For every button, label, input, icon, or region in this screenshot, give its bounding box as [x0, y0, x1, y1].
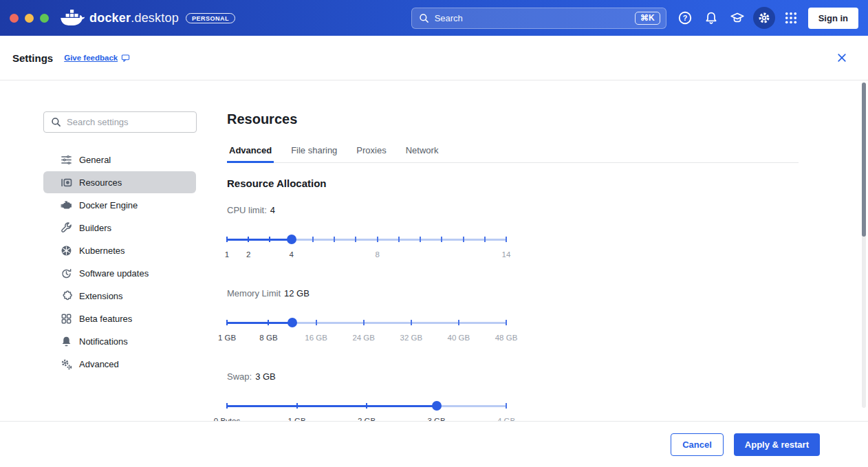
slider-tick [226, 237, 228, 242]
cancel-button[interactable]: Cancel [671, 433, 724, 456]
slider-tick [366, 403, 367, 409]
sidebar-item-resources[interactable]: Resources [43, 171, 196, 193]
titlebar: docker.desktop PERSONAL ⌘K Sign in [0, 0, 868, 36]
slider-tick-label: 16 GB [305, 334, 327, 342]
tab-file-sharing[interactable]: File sharing [289, 145, 339, 162]
slider-tick [506, 320, 507, 325]
updates-icon [61, 268, 72, 279]
sidebar-item-software-updates[interactable]: Software updates [43, 262, 196, 284]
scrollbar[interactable] [862, 83, 866, 408]
memory-limit-label: Memory Limit [227, 288, 281, 298]
apps-grid-icon [784, 11, 798, 25]
sidebar-item-advanced[interactable]: Advanced [43, 353, 196, 375]
swap-label: Swap: [227, 371, 252, 382]
close-window-button[interactable] [10, 14, 19, 23]
memory-limit-slider-thumb[interactable] [287, 318, 297, 327]
swap-label-line: Swap:3 GB [227, 371, 506, 382]
settings-button[interactable] [753, 7, 775, 29]
cpu-limit-slider-thumb[interactable] [287, 235, 296, 244]
slider-tick [316, 320, 317, 325]
slider-tick [484, 237, 486, 242]
global-search-input[interactable] [435, 13, 629, 23]
settings-search[interactable] [43, 111, 197, 133]
slider-tick-label: 8 [375, 250, 379, 259]
memory-limit-slider: Memory Limit12 GB1 GB8 GB16 GB24 GB32 GB… [227, 288, 506, 343]
global-search[interactable]: ⌘K [411, 8, 666, 29]
slider-tick-label: 1 [225, 250, 229, 259]
close-settings-button[interactable] [834, 50, 850, 66]
cpu-limit-label: CPU limit: [227, 205, 267, 215]
sidebar-nav: GeneralResourcesDocker EngineBuildersKub… [43, 149, 196, 376]
cpu-limit-value: 4 [270, 205, 275, 215]
slider-tick-label: 8 GB [259, 334, 277, 342]
sidebar-item-label: Software updates [79, 268, 149, 279]
sidebar-item-docker-engine[interactable]: Docker Engine [43, 194, 196, 216]
docker-whale-icon [60, 9, 85, 28]
sidebar-item-label: Docker Engine [79, 200, 138, 210]
slider-tick-label: 40 GB [448, 334, 470, 342]
slider-tick [377, 237, 378, 242]
minimize-window-button[interactable] [25, 14, 34, 23]
help-button[interactable] [675, 8, 695, 28]
memory-limit-tick-labels: 1 GB8 GB16 GB24 GB32 GB40 GB48 GB [227, 334, 506, 343]
give-feedback-link[interactable]: Give feedback [64, 54, 130, 63]
tab-proxies[interactable]: Proxies [354, 145, 388, 162]
slider-tick [458, 320, 459, 325]
slider-tick [296, 403, 298, 409]
general-icon [61, 154, 72, 166]
sidebar-item-label: Beta features [79, 314, 132, 324]
slider-tick-label: 4 [290, 250, 294, 259]
learning-center-button[interactable] [727, 8, 748, 28]
memory-limit-value: 12 GB [284, 288, 310, 298]
builders-icon [61, 222, 72, 234]
scrollbar-thumb[interactable] [862, 83, 866, 237]
slider-fill [227, 239, 292, 241]
apps-menu-button[interactable] [781, 8, 801, 28]
shortcut-badge: ⌘K [635, 12, 660, 25]
subsection-title: Resource Allocation [227, 177, 799, 189]
titlebar-icons [675, 7, 801, 29]
sidebar-item-notifications[interactable]: Notifications [43, 330, 196, 352]
learning-center-icon [730, 11, 744, 25]
tab-network[interactable]: Network [404, 145, 441, 162]
sidebar-item-label: Builders [79, 223, 111, 233]
sidebar-item-kubernetes[interactable]: Kubernetes [43, 239, 196, 261]
slider-tick-label: 24 GB [352, 334, 375, 342]
swap-slider-track[interactable] [227, 401, 506, 411]
sidebar-item-extensions[interactable]: Extensions [43, 285, 196, 307]
slider-tick-label: 1 GB [218, 334, 236, 342]
slider-tick [226, 403, 228, 409]
resources-icon [61, 177, 72, 188]
tab-advanced[interactable]: Advanced [227, 145, 274, 162]
close-icon [837, 53, 847, 63]
slider-fill [227, 405, 437, 407]
bell-icon [704, 11, 718, 25]
cpu-limit-slider-track[interactable] [227, 235, 506, 244]
give-feedback-label: Give feedback [64, 54, 118, 62]
notifications-button[interactable] [701, 8, 721, 28]
engine-icon [61, 199, 72, 211]
advanced-icon [61, 358, 72, 370]
slider-tick [441, 237, 442, 242]
settings-header: Settings Give feedback [0, 36, 868, 80]
swap-slider-thumb[interactable] [432, 401, 442, 411]
sign-in-button[interactable]: Sign in [808, 8, 858, 29]
help-icon [678, 11, 692, 25]
sidebar-item-beta-features[interactable]: Beta features [43, 307, 196, 329]
zoom-window-button[interactable] [40, 14, 49, 23]
slider-tick [506, 237, 507, 242]
search-icon [419, 13, 429, 23]
sidebar-item-general[interactable]: General [43, 149, 196, 171]
memory-limit-slider-track[interactable] [227, 318, 506, 327]
slider-tick [355, 237, 356, 242]
cpu-limit-tick-labels: 124814 [227, 250, 506, 260]
swap-value: 3 GB [255, 371, 276, 382]
swap-slider: Swap:3 GB0 Bytes1 GB2 GB3 GB4 GB [227, 371, 506, 426]
slider-tick-label: 32 GB [400, 334, 422, 342]
window-controls [10, 14, 49, 23]
settings-search-input[interactable] [67, 117, 189, 127]
sidebar-item-builders[interactable]: Builders [43, 217, 196, 239]
footer-bar: Cancel Apply & restart [0, 421, 868, 467]
apply-restart-button[interactable]: Apply & restart [734, 433, 820, 456]
slider-tick [420, 237, 421, 242]
